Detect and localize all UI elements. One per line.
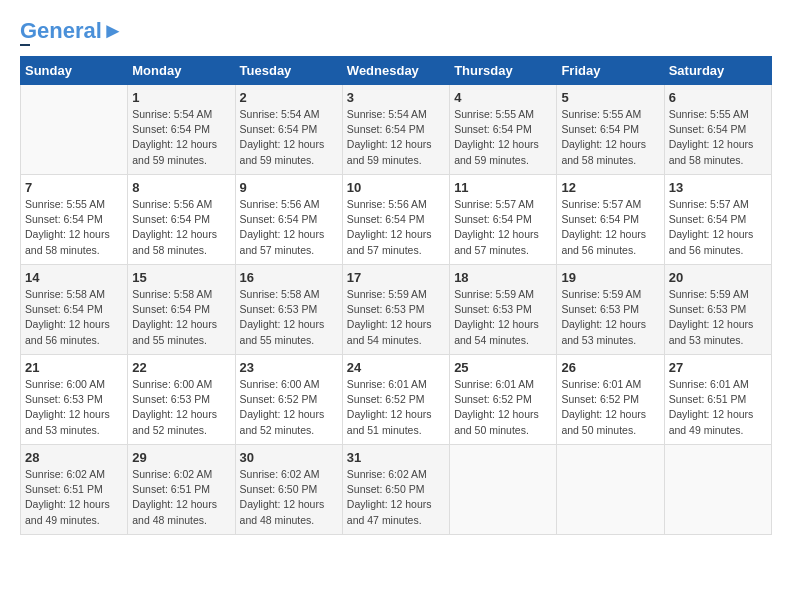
calendar-cell: 11Sunrise: 5:57 AM Sunset: 6:54 PM Dayli… [450, 175, 557, 265]
day-info: Sunrise: 5:55 AM Sunset: 6:54 PM Dayligh… [669, 107, 767, 168]
day-info: Sunrise: 5:59 AM Sunset: 6:53 PM Dayligh… [669, 287, 767, 348]
day-number: 18 [454, 270, 552, 285]
calendar-cell: 28Sunrise: 6:02 AM Sunset: 6:51 PM Dayli… [21, 445, 128, 535]
day-info: Sunrise: 6:02 AM Sunset: 6:51 PM Dayligh… [25, 467, 123, 528]
day-number: 24 [347, 360, 445, 375]
calendar-cell: 14Sunrise: 5:58 AM Sunset: 6:54 PM Dayli… [21, 265, 128, 355]
logo-arrow: ► [102, 18, 124, 43]
day-number: 2 [240, 90, 338, 105]
calendar-cell [557, 445, 664, 535]
day-number: 11 [454, 180, 552, 195]
day-info: Sunrise: 6:00 AM Sunset: 6:53 PM Dayligh… [25, 377, 123, 438]
day-info: Sunrise: 6:01 AM Sunset: 6:52 PM Dayligh… [561, 377, 659, 438]
calendar-cell: 29Sunrise: 6:02 AM Sunset: 6:51 PM Dayli… [128, 445, 235, 535]
day-number: 8 [132, 180, 230, 195]
calendar-week-row: 1Sunrise: 5:54 AM Sunset: 6:54 PM Daylig… [21, 85, 772, 175]
day-number: 6 [669, 90, 767, 105]
day-info: Sunrise: 5:54 AM Sunset: 6:54 PM Dayligh… [132, 107, 230, 168]
logo-general: General [20, 18, 102, 43]
calendar-cell: 8Sunrise: 5:56 AM Sunset: 6:54 PM Daylig… [128, 175, 235, 265]
column-header-tuesday: Tuesday [235, 57, 342, 85]
column-header-wednesday: Wednesday [342, 57, 449, 85]
calendar-cell: 12Sunrise: 5:57 AM Sunset: 6:54 PM Dayli… [557, 175, 664, 265]
day-info: Sunrise: 6:02 AM Sunset: 6:50 PM Dayligh… [240, 467, 338, 528]
day-info: Sunrise: 6:00 AM Sunset: 6:52 PM Dayligh… [240, 377, 338, 438]
day-info: Sunrise: 5:54 AM Sunset: 6:54 PM Dayligh… [240, 107, 338, 168]
day-number: 23 [240, 360, 338, 375]
day-info: Sunrise: 6:02 AM Sunset: 6:51 PM Dayligh… [132, 467, 230, 528]
logo-text: General► [20, 20, 124, 42]
calendar-cell: 19Sunrise: 5:59 AM Sunset: 6:53 PM Dayli… [557, 265, 664, 355]
column-header-saturday: Saturday [664, 57, 771, 85]
day-info: Sunrise: 5:55 AM Sunset: 6:54 PM Dayligh… [454, 107, 552, 168]
day-number: 9 [240, 180, 338, 195]
calendar-cell: 26Sunrise: 6:01 AM Sunset: 6:52 PM Dayli… [557, 355, 664, 445]
calendar-cell: 24Sunrise: 6:01 AM Sunset: 6:52 PM Dayli… [342, 355, 449, 445]
day-number: 3 [347, 90, 445, 105]
calendar-week-row: 28Sunrise: 6:02 AM Sunset: 6:51 PM Dayli… [21, 445, 772, 535]
day-info: Sunrise: 6:01 AM Sunset: 6:52 PM Dayligh… [454, 377, 552, 438]
day-number: 17 [347, 270, 445, 285]
calendar-cell: 5Sunrise: 5:55 AM Sunset: 6:54 PM Daylig… [557, 85, 664, 175]
day-info: Sunrise: 5:57 AM Sunset: 6:54 PM Dayligh… [561, 197, 659, 258]
day-info: Sunrise: 5:59 AM Sunset: 6:53 PM Dayligh… [347, 287, 445, 348]
calendar-cell: 18Sunrise: 5:59 AM Sunset: 6:53 PM Dayli… [450, 265, 557, 355]
calendar-cell: 25Sunrise: 6:01 AM Sunset: 6:52 PM Dayli… [450, 355, 557, 445]
calendar-cell: 3Sunrise: 5:54 AM Sunset: 6:54 PM Daylig… [342, 85, 449, 175]
day-number: 28 [25, 450, 123, 465]
day-info: Sunrise: 5:56 AM Sunset: 6:54 PM Dayligh… [132, 197, 230, 258]
calendar-cell [21, 85, 128, 175]
calendar-cell: 21Sunrise: 6:00 AM Sunset: 6:53 PM Dayli… [21, 355, 128, 445]
calendar-cell: 9Sunrise: 5:56 AM Sunset: 6:54 PM Daylig… [235, 175, 342, 265]
day-number: 27 [669, 360, 767, 375]
day-number: 20 [669, 270, 767, 285]
day-info: Sunrise: 5:58 AM Sunset: 6:54 PM Dayligh… [25, 287, 123, 348]
calendar-week-row: 14Sunrise: 5:58 AM Sunset: 6:54 PM Dayli… [21, 265, 772, 355]
calendar-cell: 7Sunrise: 5:55 AM Sunset: 6:54 PM Daylig… [21, 175, 128, 265]
calendar-cell: 17Sunrise: 5:59 AM Sunset: 6:53 PM Dayli… [342, 265, 449, 355]
day-number: 16 [240, 270, 338, 285]
day-info: Sunrise: 5:59 AM Sunset: 6:53 PM Dayligh… [561, 287, 659, 348]
calendar-cell: 10Sunrise: 5:56 AM Sunset: 6:54 PM Dayli… [342, 175, 449, 265]
column-header-thursday: Thursday [450, 57, 557, 85]
calendar-cell: 20Sunrise: 5:59 AM Sunset: 6:53 PM Dayli… [664, 265, 771, 355]
day-number: 25 [454, 360, 552, 375]
day-info: Sunrise: 6:01 AM Sunset: 6:52 PM Dayligh… [347, 377, 445, 438]
calendar-cell: 31Sunrise: 6:02 AM Sunset: 6:50 PM Dayli… [342, 445, 449, 535]
day-number: 4 [454, 90, 552, 105]
day-number: 14 [25, 270, 123, 285]
calendar-table: SundayMondayTuesdayWednesdayThursdayFrid… [20, 56, 772, 535]
day-number: 7 [25, 180, 123, 195]
day-info: Sunrise: 5:57 AM Sunset: 6:54 PM Dayligh… [454, 197, 552, 258]
day-info: Sunrise: 5:56 AM Sunset: 6:54 PM Dayligh… [347, 197, 445, 258]
calendar-cell: 2Sunrise: 5:54 AM Sunset: 6:54 PM Daylig… [235, 85, 342, 175]
day-number: 22 [132, 360, 230, 375]
day-info: Sunrise: 6:01 AM Sunset: 6:51 PM Dayligh… [669, 377, 767, 438]
day-info: Sunrise: 5:55 AM Sunset: 6:54 PM Dayligh… [561, 107, 659, 168]
calendar-cell: 22Sunrise: 6:00 AM Sunset: 6:53 PM Dayli… [128, 355, 235, 445]
day-info: Sunrise: 5:58 AM Sunset: 6:53 PM Dayligh… [240, 287, 338, 348]
page-header: General► [20, 20, 772, 46]
day-number: 26 [561, 360, 659, 375]
calendar-cell: 23Sunrise: 6:00 AM Sunset: 6:52 PM Dayli… [235, 355, 342, 445]
day-number: 19 [561, 270, 659, 285]
column-header-sunday: Sunday [21, 57, 128, 85]
day-number: 12 [561, 180, 659, 195]
day-info: Sunrise: 6:00 AM Sunset: 6:53 PM Dayligh… [132, 377, 230, 438]
calendar-cell: 16Sunrise: 5:58 AM Sunset: 6:53 PM Dayli… [235, 265, 342, 355]
day-info: Sunrise: 5:54 AM Sunset: 6:54 PM Dayligh… [347, 107, 445, 168]
day-info: Sunrise: 5:58 AM Sunset: 6:54 PM Dayligh… [132, 287, 230, 348]
day-number: 15 [132, 270, 230, 285]
calendar-cell: 30Sunrise: 6:02 AM Sunset: 6:50 PM Dayli… [235, 445, 342, 535]
day-number: 5 [561, 90, 659, 105]
calendar-header-row: SundayMondayTuesdayWednesdayThursdayFrid… [21, 57, 772, 85]
day-info: Sunrise: 5:56 AM Sunset: 6:54 PM Dayligh… [240, 197, 338, 258]
logo-blue [20, 44, 30, 46]
calendar-cell: 4Sunrise: 5:55 AM Sunset: 6:54 PM Daylig… [450, 85, 557, 175]
day-number: 30 [240, 450, 338, 465]
day-number: 10 [347, 180, 445, 195]
day-info: Sunrise: 5:55 AM Sunset: 6:54 PM Dayligh… [25, 197, 123, 258]
day-number: 29 [132, 450, 230, 465]
day-info: Sunrise: 5:59 AM Sunset: 6:53 PM Dayligh… [454, 287, 552, 348]
column-header-monday: Monday [128, 57, 235, 85]
